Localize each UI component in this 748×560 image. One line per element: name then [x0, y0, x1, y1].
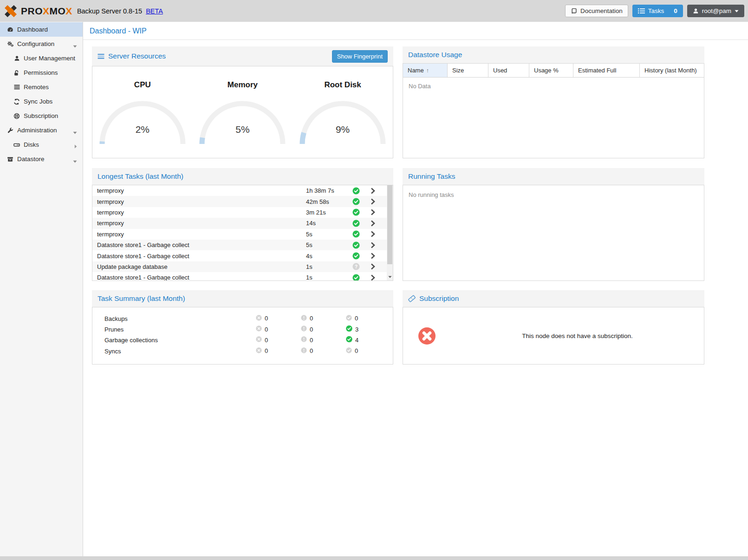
error-count-icon — [256, 326, 262, 333]
task-detail-chevron[interactable] — [364, 188, 381, 194]
task-detail-chevron[interactable] — [364, 242, 381, 248]
server-resources-body: CPU 2% Memory — [92, 66, 393, 158]
expander-right-icon[interactable] — [74, 143, 77, 150]
task-row[interactable]: Datastore store1 - Garbage collect 1s — [92, 272, 393, 281]
wrench-icon — [7, 127, 14, 134]
longest-tasks-header: Longest Tasks (last Month) — [92, 168, 393, 185]
top-bar: PROXMOX Backup Server 0.8-15 BETA Docume… — [0, 0, 748, 22]
summary-row-syncs[interactable]: Syncs 0 0 0 — [92, 345, 393, 356]
sidebar-item-configuration[interactable]: Configuration — [0, 37, 83, 51]
expander-down-icon[interactable] — [73, 157, 77, 164]
task-row[interactable]: termproxy 14s — [92, 218, 393, 228]
archive-icon — [7, 156, 14, 163]
ok-count-icon — [346, 326, 352, 333]
status-ok-icon — [348, 274, 364, 281]
task-row[interactable]: termproxy 5s — [92, 229, 393, 240]
task-row[interactable]: Datastore store1 - Garbage collect 5s — [92, 240, 393, 250]
gears-icon — [7, 41, 14, 47]
documentation-button[interactable]: Documentation — [565, 5, 628, 17]
sidebar-item-permissions[interactable]: Permissions — [0, 65, 83, 80]
task-detail-chevron[interactable] — [364, 231, 381, 237]
task-detail-chevron[interactable] — [364, 263, 381, 270]
show-fingerprint-button[interactable]: Show Fingerprint — [332, 50, 388, 63]
sidebar-item-administration[interactable]: Administration — [0, 123, 83, 137]
running-tasks-empty-text: No running tasks — [403, 185, 704, 204]
task-summary-panel: Task Summary (last Month) Backups 0 0 0 … — [92, 290, 393, 365]
warning-count-icon — [301, 326, 307, 333]
vertical-scrollbar[interactable] — [387, 185, 393, 280]
server-icon — [98, 53, 104, 59]
sidebar-item-subscription[interactable]: Subscription — [0, 109, 83, 123]
user-menu-button[interactable]: root@pam — [687, 5, 744, 17]
sidebar-item-sync-jobs[interactable]: Sync Jobs — [0, 94, 83, 109]
column-header-usage-pct[interactable]: Usage % — [529, 64, 573, 77]
warning-count-icon — [301, 347, 307, 355]
scroll-down-arrow-icon — [388, 276, 392, 278]
server-resources-panel: Server Resources Show Fingerprint CPU 2% — [92, 46, 393, 158]
task-detail-chevron[interactable] — [364, 220, 381, 227]
running-tasks-panel: Running Tasks No running tasks — [403, 168, 704, 281]
cpu-gauge-value: 2% — [98, 124, 187, 135]
column-header-history[interactable]: History (last Month) — [640, 64, 704, 77]
scroll-down-button[interactable] — [387, 273, 393, 280]
datastore-grid-header: Name↑ Size Used Usage % Estimated Full H… — [403, 64, 704, 78]
book-icon — [571, 8, 577, 14]
task-row[interactable]: termproxy 1h 38m 7s — [92, 185, 393, 196]
sidebar-item-remotes[interactable]: Remotes — [0, 80, 83, 94]
ok-count-icon — [346, 336, 352, 344]
sidebar-item-user-management[interactable]: User Management — [0, 51, 83, 65]
task-summary-header: Task Summary (last Month) — [92, 290, 393, 307]
error-count-icon — [256, 336, 262, 344]
summary-row-backups[interactable]: Backups 0 0 0 — [92, 313, 393, 324]
error-count-icon — [256, 315, 262, 322]
beta-link[interactable]: BETA — [146, 7, 163, 15]
scrollbar-thumb[interactable] — [387, 185, 392, 264]
server-resources-header: Server Resources Show Fingerprint — [92, 46, 393, 66]
user-icon — [13, 55, 20, 61]
status-ok-icon — [348, 198, 364, 205]
summary-row-garbage-collections[interactable]: Garbage collections 0 0 4 — [92, 335, 393, 345]
proxmox-logo: PROXMOX — [4, 4, 72, 18]
bottom-strip — [0, 556, 748, 560]
sort-asc-icon: ↑ — [426, 67, 429, 74]
running-tasks-body: No running tasks — [403, 185, 704, 281]
status-ok-icon — [348, 208, 364, 216]
root-disk-gauge-value: 9% — [299, 124, 387, 135]
expander-down-icon[interactable] — [73, 129, 77, 136]
subscription-panel: Subscription This node does not have a s… — [403, 290, 704, 365]
task-detail-chevron[interactable] — [364, 274, 381, 281]
error-count-icon — [256, 347, 262, 355]
tasks-button[interactable]: Tasks 0 — [632, 5, 683, 17]
status-ok-icon — [348, 241, 364, 249]
task-detail-chevron[interactable] — [364, 198, 381, 205]
column-header-estimated-full[interactable]: Estimated Full — [573, 64, 640, 77]
sidebar-item-dashboard[interactable]: Dashboard — [0, 22, 83, 37]
column-header-used[interactable]: Used — [488, 64, 529, 77]
task-row[interactable]: Update package database 1s ? — [92, 261, 393, 272]
task-row[interactable]: termproxy 3m 21s — [92, 207, 393, 218]
sidebar-item-datastore[interactable]: Datastore — [0, 152, 83, 166]
column-header-size[interactable]: Size — [448, 64, 488, 77]
task-detail-chevron[interactable] — [364, 209, 381, 215]
subscription-header: Subscription — [403, 290, 704, 307]
task-row[interactable]: Datastore store1 - Garbage collect 4s — [92, 250, 393, 261]
chevron-down-icon — [735, 10, 739, 13]
svg-text:?: ? — [355, 264, 358, 269]
status-unknown-icon: ? — [348, 263, 364, 270]
column-header-name[interactable]: Name↑ — [403, 64, 448, 77]
task-row[interactable]: termproxy 42m 58s — [92, 196, 393, 207]
memory-gauge-value: 5% — [198, 124, 286, 135]
memory-gauge: Memory 5% — [193, 80, 293, 149]
root-disk-gauge: Root Disk 9% — [293, 80, 393, 149]
datastore-empty-text: No Data — [403, 78, 704, 95]
tasks-count-badge: 0 — [674, 7, 677, 14]
page-title-bar: Dashboard - WIP — [83, 22, 748, 40]
sidebar: Dashboard Configuration — [0, 22, 83, 556]
ticket-icon — [408, 295, 416, 302]
ok-count-icon — [346, 347, 352, 355]
sidebar-item-disks[interactable]: Disks — [0, 137, 83, 152]
expander-down-icon[interactable] — [73, 42, 77, 49]
summary-row-prunes[interactable]: Prunes 0 0 3 — [92, 324, 393, 334]
task-detail-chevron[interactable] — [364, 253, 381, 259]
status-ok-icon — [348, 230, 364, 238]
